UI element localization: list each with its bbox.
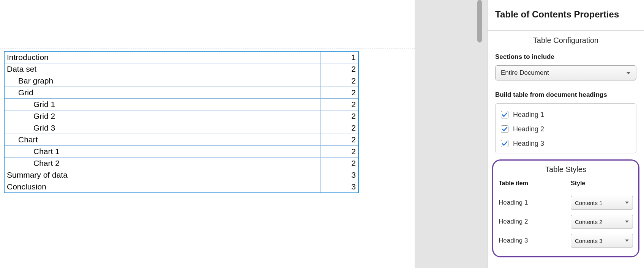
toc-row[interactable]: Summary of data3 [4,169,358,181]
toc-row[interactable]: Chart 12 [4,146,358,158]
styles-col-item: Table item [499,180,571,187]
checkbox[interactable] [501,125,508,133]
config-heading: Table Configuration [495,36,636,45]
sections-label: Sections to include [495,53,636,61]
styles-row: Heading 1Contents 1 [499,193,633,212]
heading-checkbox-row[interactable]: Heading 3 [501,136,631,151]
toc-entry-page: 1 [320,51,358,63]
check-icon [502,140,508,147]
check-icon [502,126,508,132]
gutter [415,0,488,268]
toc-entry-page: 2 [320,158,358,169]
document-canvas: Introduction1Data set2Bar graph2Grid2Gri… [0,0,415,268]
chevron-down-icon [625,240,629,242]
styles-table-header: Table item Style [499,180,633,190]
toc-entry-label: Grid 3 [4,122,320,134]
toc-entry-page: 3 [320,181,358,193]
toc-entry-label: Grid 1 [4,99,320,110]
style-dropdown[interactable]: Contents 1 [571,196,633,210]
style-dropdown-value: Contents 3 [575,238,603,244]
table-styles-box: Table Styles Table item Style Heading 1C… [492,159,639,257]
toc-entry-label: Introduction [4,51,320,63]
toc-entry-label: Chart 1 [4,146,320,158]
heading-checkbox-row[interactable]: Heading 1 [501,107,631,122]
styles-heading: Table Styles [499,165,633,174]
styles-row: Heading 2Contents 2 [499,212,633,231]
toc-entry-page: 2 [320,63,358,75]
toc-entry-page: 2 [320,99,358,110]
toc-entry-page: 2 [320,134,358,146]
toc-entry-page: 2 [320,75,358,87]
heading-checkbox-row[interactable]: Heading 2 [501,122,631,136]
styles-item-label: Heading 2 [499,218,571,225]
check-icon [502,112,508,118]
toc-row[interactable]: Introduction1 [4,51,358,63]
chevron-down-icon [626,72,631,74]
scrollbar-thumb[interactable] [477,0,482,43]
toc-entry-label: Conclusion [4,181,320,193]
toc-entry-label: Chart [4,134,320,146]
toc-row[interactable]: Grid 32 [4,122,358,134]
toc-entry-page: 2 [320,110,358,122]
toc-entry-page: 2 [320,146,358,158]
page-break-line [0,49,415,49]
toc-row[interactable]: Grid2 [4,87,358,99]
style-dropdown-value: Contents 1 [575,200,603,206]
toc-row[interactable]: Bar graph2 [4,75,358,87]
style-dropdown[interactable]: Contents 3 [571,234,633,248]
checkbox[interactable] [501,140,508,147]
panel-title: Table of Contents Properties [495,9,636,20]
toc-entry-label: Summary of data [4,169,320,181]
chevron-down-icon [625,221,629,223]
chevron-down-icon [625,202,629,204]
toc-row[interactable]: Grid 22 [4,110,358,122]
toc-entry-label: Grid 2 [4,110,320,122]
toc-table[interactable]: Introduction1Data set2Bar graph2Grid2Gri… [4,51,359,193]
toc-entry-label: Chart 2 [4,158,320,169]
toc-row[interactable]: Data set2 [4,63,358,75]
toc-entry-page: 2 [320,122,358,134]
toc-row[interactable]: Chart 22 [4,158,358,169]
style-dropdown[interactable]: Contents 2 [571,215,633,229]
style-dropdown-value: Contents 2 [575,219,603,225]
toc-entry-page: 3 [320,169,358,181]
checkbox[interactable] [501,111,508,118]
scrollbar-track[interactable] [477,0,482,268]
sections-dropdown[interactable]: Entire Document [495,65,636,80]
build-label: Build table from document headings [495,91,636,99]
checkbox-label: Heading 2 [513,125,544,133]
styles-row: Heading 3Contents 3 [499,231,633,250]
checkbox-label: Heading 1 [513,111,544,119]
toc-entry-label: Grid [4,87,320,99]
sections-dropdown-value: Entire Document [501,69,549,77]
styles-col-style: Style [571,180,633,187]
checkbox-label: Heading 3 [513,140,544,148]
toc-row[interactable]: Chart2 [4,134,358,146]
styles-item-label: Heading 1 [499,199,571,207]
toc-row[interactable]: Grid 12 [4,99,358,110]
toc-entry-label: Data set [4,63,320,75]
styles-item-label: Heading 3 [499,237,571,244]
toc-properties-panel: Table of Contents Properties Table Confi… [488,0,644,268]
toc-entry-page: 2 [320,87,358,99]
panel-divider [488,30,644,31]
toc-row[interactable]: Conclusion3 [4,181,358,193]
heading-checkbox-group: Heading 1Heading 2Heading 3 [495,103,636,153]
toc-entry-label: Bar graph [4,75,320,87]
